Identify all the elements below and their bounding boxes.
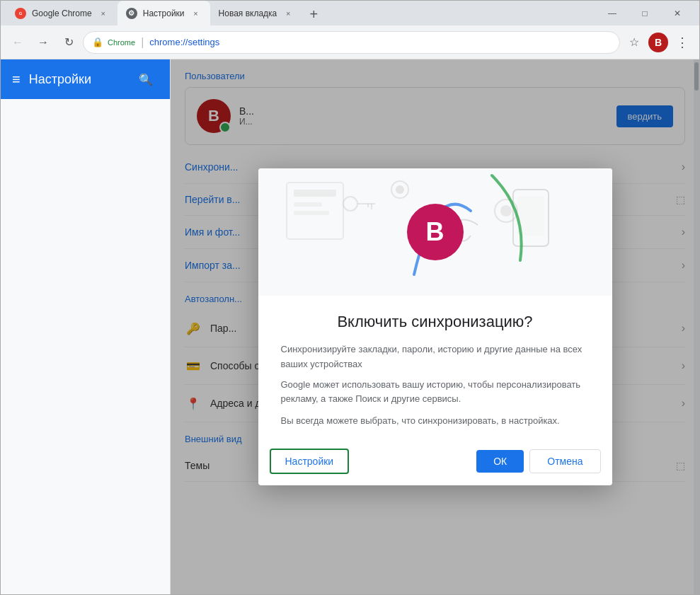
tab-favicon-settings: ⚙	[126, 8, 137, 19]
profile-avatar-button[interactable]: B	[648, 33, 668, 52]
address-pipe: |	[141, 36, 144, 49]
dialog-text2: Google может использовать вашу историю, …	[281, 378, 590, 408]
dialog-ok-button[interactable]: ОК	[476, 450, 524, 473]
forward-button[interactable]: →	[32, 31, 54, 54]
dialog-body: Включить синхронизацию? Синхронизируйте …	[258, 296, 612, 443]
address-url: chrome://settings	[149, 37, 219, 47]
restore-button[interactable]: □	[629, 1, 661, 25]
tab-close-settings[interactable]: ×	[190, 8, 202, 19]
svg-text:G: G	[19, 11, 23, 16]
svg-rect-5	[294, 211, 329, 215]
tab-close-google[interactable]: ×	[98, 8, 109, 19]
minimize-button[interactable]: —	[596, 1, 629, 25]
dialog-settings-button[interactable]: Настройки	[270, 449, 350, 474]
sync-dialog: B Включить синхронизацию? Синхронизируйт…	[258, 168, 612, 485]
dialog-cancel-button[interactable]: Отмена	[529, 449, 600, 473]
address-bar[interactable]: 🔒 Chrome | chrome://settings	[83, 31, 620, 54]
dialog-text1: Синхронизируйте закладки, пароли, истори…	[281, 342, 590, 372]
tab-close-newtab[interactable]: ×	[282, 8, 294, 19]
svg-point-12	[343, 197, 357, 211]
svg-rect-4	[294, 202, 322, 207]
address-favicon: 🔒	[92, 37, 103, 47]
tab-newtab[interactable]: Новая вкладка ×	[210, 1, 303, 25]
tab-google-chrome[interactable]: G Google Chrome ×	[6, 1, 117, 25]
back-button[interactable]: ←	[6, 31, 29, 54]
more-options-button[interactable]: ⋮	[671, 31, 694, 54]
tab-title-settings: Настройки	[143, 8, 185, 18]
window-controls: — □ ✕	[596, 1, 694, 25]
tabs-area: G Google Chrome × ⚙ Настройки × Новая вк…	[6, 1, 596, 25]
close-button[interactable]: ✕	[661, 1, 694, 25]
tab-settings[interactable]: ⚙ Настройки ×	[117, 1, 210, 25]
content-area: ≡ Настройки 🔍 Пользователи В В...	[1, 59, 699, 594]
reload-button[interactable]: ↻	[57, 31, 80, 54]
tab-title-newtab: Новая вкладка	[219, 8, 277, 18]
browser-window: G Google Chrome × ⚙ Настройки × Новая вк…	[0, 0, 700, 595]
settings-main: Пользователи В В... И... вердить Синхрон…	[171, 59, 699, 594]
sidebar-header: ≡ Настройки 🔍	[1, 59, 170, 99]
sidebar-search-button[interactable]: 🔍	[133, 67, 159, 92]
title-bar: G Google Chrome × ⚙ Настройки × Новая вк…	[1, 1, 699, 25]
dialog-note: Вы всегда можете выбрать, что синхронизи…	[281, 415, 590, 426]
dialog-avatar: B	[407, 204, 464, 260]
new-tab-button[interactable]: +	[302, 3, 325, 25]
dialog-title: Включить синхронизацию?	[281, 313, 590, 331]
tab-title-google: Google Chrome	[32, 8, 92, 18]
svg-point-7	[396, 185, 404, 194]
svg-point-9	[500, 205, 512, 216]
svg-rect-3	[294, 190, 336, 197]
toolbar-right: ☆ B ⋮	[623, 31, 694, 54]
dialog-overlay: B Включить синхронизацию? Синхронизируйт…	[171, 59, 699, 594]
dialog-illustration: B	[258, 168, 612, 296]
address-secure-text: Chrome	[108, 38, 135, 47]
dialog-actions: Настройки ОК Отмена	[258, 443, 612, 485]
sidebar: ≡ Настройки 🔍	[1, 59, 171, 594]
sidebar-menu-icon[interactable]: ≡	[12, 71, 21, 88]
sidebar-title: Настройки	[29, 72, 91, 87]
toolbar: ← → ↻ 🔒 Chrome | chrome://settings ☆ B ⋮	[1, 25, 699, 59]
bookmark-button[interactable]: ☆	[623, 31, 646, 54]
tab-favicon-google: G	[15, 8, 26, 19]
